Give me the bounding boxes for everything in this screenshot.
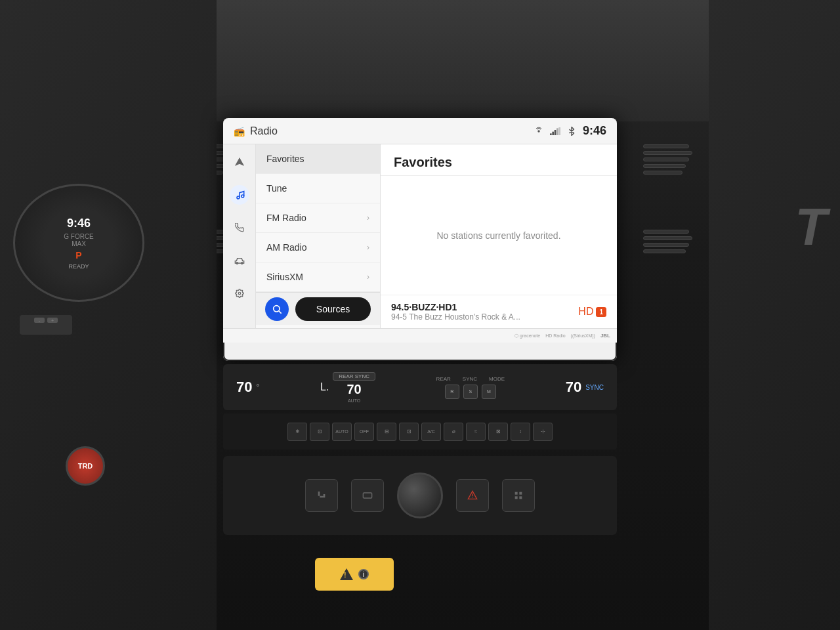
rear-hvac-btn[interactable]: R bbox=[445, 385, 459, 399]
screen-header: 📻 Radio bbox=[223, 118, 617, 144]
ctrl-btn-6[interactable]: ⊠ bbox=[488, 423, 508, 441]
am-radio-chevron: › bbox=[367, 243, 369, 252]
warning-strip: i bbox=[315, 558, 394, 591]
hazard-icon bbox=[467, 490, 478, 501]
ctrl-btn-fan[interactable]: ⊹ bbox=[533, 423, 553, 441]
right-temp: 70 bbox=[566, 379, 581, 396]
speedometer: 9:46 G FORCE MAX P READY bbox=[13, 184, 144, 302]
rear-label: REAR bbox=[436, 376, 451, 382]
menu-item-tune[interactable]: Tune bbox=[256, 174, 380, 203]
gracenote-logo: ⬡ gracenote bbox=[514, 333, 540, 339]
svg-rect-2 bbox=[552, 131, 554, 135]
console-btn-4[interactable] bbox=[502, 479, 535, 512]
gauge-display: 9:46 G FORCE MAX P READY bbox=[64, 217, 94, 270]
ctrl-btn-auto[interactable]: AUTO bbox=[332, 423, 352, 441]
console-btn-2[interactable] bbox=[351, 479, 384, 512]
jbl-logo: JBL bbox=[600, 333, 610, 339]
radio-source-icon: 📻 bbox=[234, 126, 245, 136]
hd-badge-container: HD 1 bbox=[578, 306, 606, 318]
console-btn-3[interactable] bbox=[456, 479, 489, 512]
nav-phone[interactable] bbox=[230, 218, 249, 238]
hd-number-badge: 1 bbox=[596, 307, 606, 317]
siriusxm-logo: ((SiriusXM)) bbox=[571, 333, 595, 338]
menu-item-favorites[interactable]: Favorites bbox=[256, 144, 380, 174]
console-btn-1[interactable] bbox=[305, 479, 338, 512]
screen-content: Favorites No stations currently favorite… bbox=[381, 144, 617, 328]
right-top-vent bbox=[643, 144, 696, 175]
hvac-button-row: R S M bbox=[445, 385, 496, 399]
settings2-icon bbox=[513, 490, 524, 501]
now-playing-info: 94.5·BUZZ·HD1 94-5 The Buzz Houston's Ro… bbox=[391, 302, 520, 322]
antenna-icon bbox=[550, 127, 560, 135]
svg-point-11 bbox=[238, 292, 241, 295]
svg-point-18 bbox=[472, 497, 472, 498]
now-playing-bar: 94.5·BUZZ·HD1 94-5 The Buzz Houston's Ro… bbox=[381, 295, 617, 328]
gear-indicator: P bbox=[64, 250, 94, 261]
nav-settings[interactable] bbox=[230, 284, 249, 303]
sync-hvac-btn[interactable]: S bbox=[463, 385, 478, 399]
nav-vehicle[interactable] bbox=[230, 251, 249, 270]
ctrl-btn-2[interactable]: ⊡ bbox=[310, 423, 329, 441]
brand-letter: T bbox=[795, 197, 827, 257]
ctrl-btn-5[interactable]: ≈ bbox=[466, 423, 486, 441]
search-icon bbox=[272, 304, 282, 314]
rear-temp: 70 bbox=[347, 382, 362, 397]
ctrl-btn-7[interactable]: ↕ bbox=[511, 423, 530, 441]
ctrl-btn-4[interactable]: ⊡ bbox=[399, 423, 419, 441]
auto-label: AUTO bbox=[348, 398, 360, 403]
nav-music[interactable] bbox=[230, 185, 249, 205]
sources-button[interactable]: Sources bbox=[295, 297, 371, 321]
hvac-mode-row: REAR SYNC MODE bbox=[436, 376, 505, 382]
left-temp: 70 bbox=[236, 379, 252, 396]
left-panel: 9:46 G FORCE MAX P READY TRD - + bbox=[0, 0, 217, 630]
left-temp-unit: ° bbox=[256, 383, 259, 392]
menu-item-siriusxm[interactable]: SiriusXM › bbox=[256, 262, 380, 292]
ctrl-btn-3[interactable]: ⊟ bbox=[377, 423, 396, 441]
search-button[interactable] bbox=[265, 297, 289, 321]
rear-sync-label: REAR SYNC bbox=[333, 372, 375, 381]
hvac-controls: 70 ° L. REAR SYNC 70 AUTO REAR SYNC MODE… bbox=[223, 364, 617, 410]
screen-footer: ⬡ gracenote HD Radio ((SiriusXM)) JBL bbox=[223, 328, 617, 343]
ctrl-btn-off[interactable]: OFF bbox=[354, 423, 374, 441]
right-bottom-vent bbox=[643, 230, 696, 253]
header-right: 9:46 bbox=[534, 124, 606, 138]
header-title: Radio bbox=[250, 125, 278, 137]
svg-rect-3 bbox=[555, 130, 556, 135]
steering-stalk: - + bbox=[20, 315, 72, 335]
screen-menu: Favorites Tune FM Radio › AM Radio › Sir… bbox=[256, 144, 381, 328]
header-time: 9:46 bbox=[583, 124, 606, 138]
trd-button[interactable]: TRD bbox=[66, 446, 105, 486]
header-left: 📻 Radio bbox=[234, 125, 278, 137]
menu-item-am-radio[interactable]: AM Radio › bbox=[256, 233, 380, 262]
empty-state: No stations currently favorited. bbox=[381, 176, 617, 295]
left-temp-display: 70 ° bbox=[236, 379, 259, 396]
info-icon: i bbox=[358, 569, 369, 579]
svg-point-0 bbox=[537, 130, 540, 133]
mode-label: MODE bbox=[489, 376, 505, 382]
sync-indicator: SYNC bbox=[585, 384, 604, 391]
sync-label: SYNC bbox=[463, 376, 477, 382]
ctrl-btn-1[interactable]: ❄ bbox=[287, 423, 307, 441]
screen-body: Favorites Tune FM Radio › AM Radio › Sir… bbox=[223, 144, 617, 328]
fan-icon: L. bbox=[320, 381, 329, 393]
menu-item-fm-radio[interactable]: FM Radio › bbox=[256, 203, 380, 233]
ctrl-btn-ac[interactable]: A/C bbox=[421, 423, 441, 441]
station-name: 94.5·BUZZ·HD1 bbox=[391, 302, 520, 312]
fm-radio-chevron: › bbox=[367, 213, 369, 222]
volume-knob[interactable] bbox=[397, 472, 443, 518]
svg-rect-21 bbox=[515, 496, 518, 499]
bottom-bar: Sources bbox=[256, 292, 380, 325]
siriusxm-chevron: › bbox=[367, 272, 369, 282]
svg-rect-1 bbox=[550, 133, 552, 135]
content-title: Favorites bbox=[381, 144, 617, 176]
svg-line-13 bbox=[279, 311, 282, 314]
ctrl-btn-defrost[interactable]: ⌀ bbox=[444, 423, 463, 441]
gauge-time: 9:46 bbox=[64, 217, 94, 230]
mode-hvac-btn[interactable]: M bbox=[482, 385, 496, 399]
hvac-center: REAR SYNC MODE R S M bbox=[436, 376, 505, 399]
nav-navigation[interactable] bbox=[230, 152, 249, 172]
lower-console bbox=[223, 456, 617, 535]
sound-icon bbox=[534, 127, 543, 136]
mirror-icon bbox=[362, 490, 373, 501]
right-temp-display: 70 SYNC bbox=[566, 379, 604, 396]
